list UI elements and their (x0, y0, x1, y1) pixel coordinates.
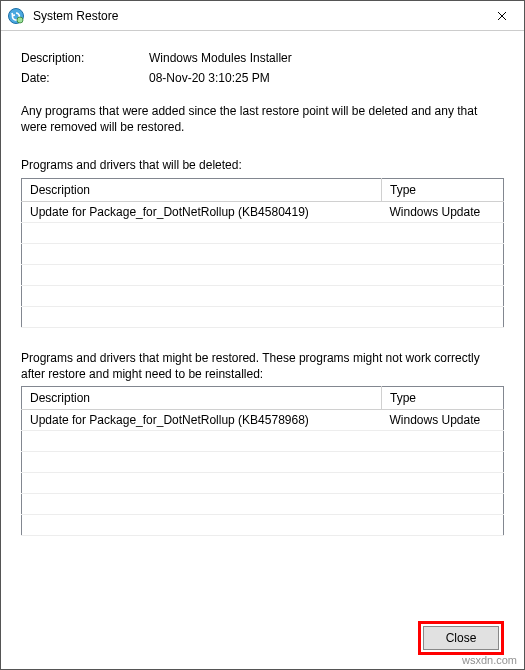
table-row[interactable] (22, 514, 504, 535)
restore-notice: Any programs that were added since the l… (21, 103, 504, 135)
description-label: Description: (21, 51, 149, 65)
date-value: 08-Nov-20 3:10:25 PM (149, 71, 270, 85)
close-button[interactable]: Close (423, 626, 499, 650)
system-restore-icon (7, 7, 25, 25)
restored-caption: Programs and drivers that might be resto… (21, 350, 504, 382)
col-description[interactable]: Description (22, 386, 382, 409)
window-title: System Restore (33, 9, 479, 23)
table-header-row: Description Type (22, 386, 504, 409)
window-close-button[interactable] (479, 1, 524, 30)
col-type[interactable]: Type (382, 178, 504, 201)
table-row[interactable] (22, 243, 504, 264)
table-row[interactable] (22, 264, 504, 285)
table-row[interactable] (22, 222, 504, 243)
table-row[interactable] (22, 430, 504, 451)
table-header-row: Description Type (22, 178, 504, 201)
cell-type: Windows Update (382, 409, 504, 430)
button-row: Close (21, 621, 504, 655)
date-label: Date: (21, 71, 149, 85)
svg-point-1 (17, 17, 23, 23)
table-row[interactable] (22, 306, 504, 327)
cell-description: Update for Package_for_DotNetRollup (KB4… (22, 201, 382, 222)
content-area: Description: Windows Modules Installer D… (1, 31, 524, 669)
close-icon (497, 11, 507, 21)
system-restore-window: System Restore Description: Windows Modu… (0, 0, 525, 670)
deleted-table: Description Type Update for Package_for_… (21, 178, 504, 328)
close-highlight: Close (418, 621, 504, 655)
col-description[interactable]: Description (22, 178, 382, 201)
table-row[interactable] (22, 472, 504, 493)
table-row[interactable] (22, 285, 504, 306)
description-value: Windows Modules Installer (149, 51, 292, 65)
table-row[interactable]: Update for Package_for_DotNetRollup (KB4… (22, 201, 504, 222)
description-row: Description: Windows Modules Installer (21, 51, 504, 65)
deleted-caption: Programs and drivers that will be delete… (21, 157, 504, 173)
cell-description: Update for Package_for_DotNetRollup (KB4… (22, 409, 382, 430)
table-row[interactable]: Update for Package_for_DotNetRollup (KB4… (22, 409, 504, 430)
table-row[interactable] (22, 451, 504, 472)
cell-type: Windows Update (382, 201, 504, 222)
table-row[interactable] (22, 493, 504, 514)
titlebar: System Restore (1, 1, 524, 31)
date-row: Date: 08-Nov-20 3:10:25 PM (21, 71, 504, 85)
col-type[interactable]: Type (382, 386, 504, 409)
restored-table: Description Type Update for Package_for_… (21, 386, 504, 536)
